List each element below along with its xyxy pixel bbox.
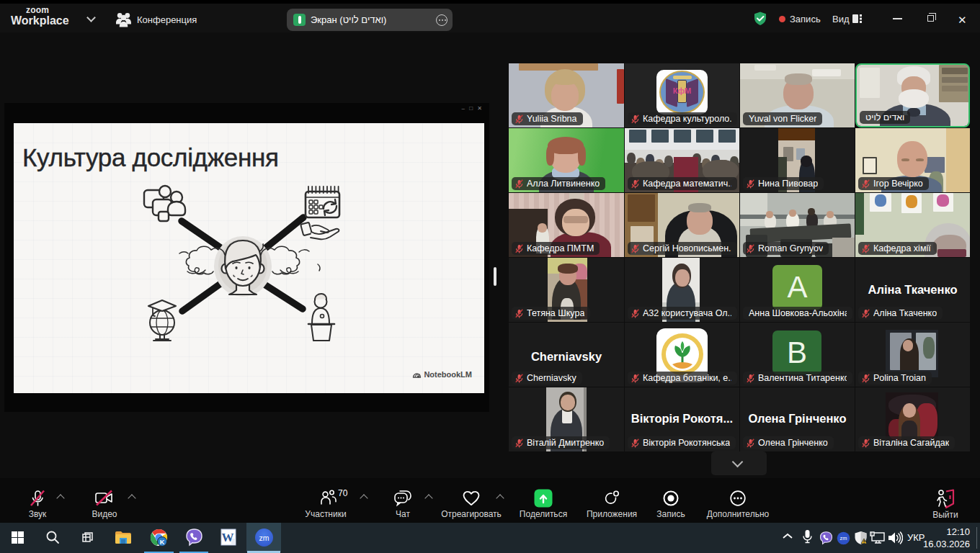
svg-text:70: 70 [338, 489, 348, 498]
svg-text:K: K [159, 538, 164, 545]
svg-text:W: W [222, 531, 234, 544]
svg-text:zm: zm [259, 533, 269, 541]
svg-text:zm: zm [840, 535, 847, 541]
